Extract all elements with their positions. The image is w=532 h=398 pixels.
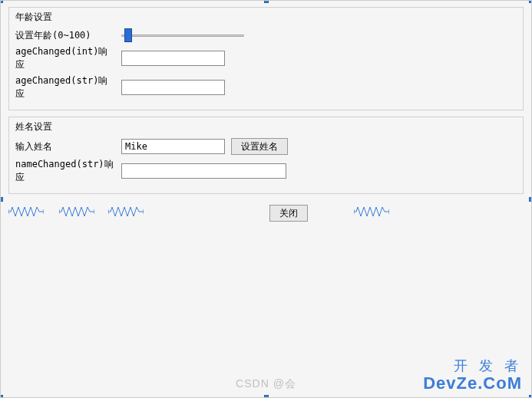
label-age-str-response: ageChanged(str)响应 (15, 74, 115, 100)
watermark-devze-line1: 开 发 者 (423, 359, 522, 374)
label-name-response: nameChanged(str)响应 (15, 158, 115, 184)
selection-handle (529, 0, 532, 3)
bottom-button-row: 关闭 (8, 205, 524, 223)
label-input-name: 输入姓名 (15, 140, 115, 153)
selection-handle (264, 0, 269, 3)
watermark-devze: 开 发 者 DevZe.CoM (423, 359, 522, 393)
close-button[interactable]: 关闭 (269, 205, 308, 222)
selection-handle (0, 197, 3, 202)
selection-handle (529, 395, 532, 398)
groupbox-name: 姓名设置 输入姓名 设置姓名 nameChanged(str)响应 (8, 117, 524, 194)
groupbox-age-title: 年龄设置 (15, 11, 517, 24)
input-name-response[interactable] (121, 163, 286, 179)
set-name-button[interactable]: 设置姓名 (231, 138, 288, 155)
age-slider[interactable] (121, 28, 244, 42)
label-set-age: 设置年龄(0~100) (15, 29, 115, 42)
spacer-spring-icon (8, 206, 44, 217)
spacer-spring-icon (59, 206, 94, 217)
selection-handle (0, 395, 3, 398)
watermark-devze-line2: DevZe.CoM (423, 374, 522, 393)
spacer-spring-icon (354, 206, 389, 217)
slider-track (121, 35, 244, 37)
watermark-csdn: CSDN @会 (236, 377, 296, 391)
selection-handle (264, 395, 269, 398)
input-age-str-response[interactable] (121, 80, 225, 95)
slider-thumb[interactable] (124, 28, 132, 42)
label-age-int-response: ageChanged(int)响应 (15, 45, 115, 71)
selection-handle (0, 0, 3, 3)
input-age-int-response[interactable] (121, 51, 225, 66)
input-name[interactable] (121, 139, 225, 154)
spacer-spring-icon (108, 206, 144, 217)
selection-handle (529, 197, 532, 202)
groupbox-age: 年龄设置 设置年龄(0~100) ageChanged(int)响应 ageCh… (8, 7, 524, 110)
groupbox-name-title: 姓名设置 (15, 120, 517, 133)
